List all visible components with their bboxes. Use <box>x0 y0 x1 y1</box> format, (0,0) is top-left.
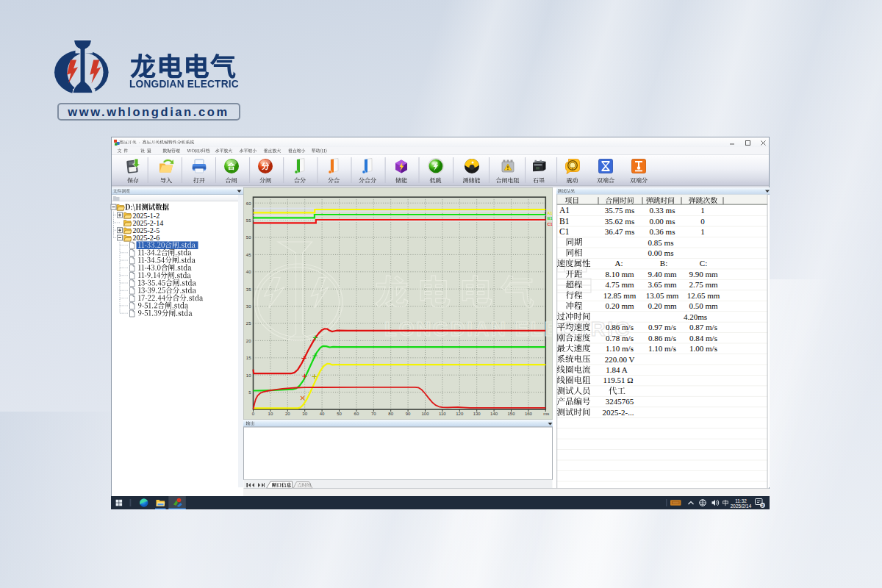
svg-text:1: 1 <box>700 206 705 215</box>
svg-text:13.05 mm: 13.05 mm <box>646 291 679 300</box>
svg-text:0.85 ms: 0.85 ms <box>648 238 674 247</box>
svg-text:0.20 mm: 0.20 mm <box>648 301 677 310</box>
svg-text:C:: C: <box>700 259 707 268</box>
svg-text:1.84 A: 1.84 A <box>606 365 627 374</box>
svg-text:1.00 m/s: 1.00 m/s <box>689 344 717 353</box>
svg-text:2025-2-6: 2025-2-6 <box>133 234 160 242</box>
svg-text:2.75 mm: 2.75 mm <box>689 280 718 289</box>
svg-text:12.65 mm: 12.65 mm <box>687 291 720 300</box>
svg-text:9.40 mm: 9.40 mm <box>648 270 677 279</box>
svg-text:220.00 V: 220.00 V <box>605 355 635 364</box>
svg-text:9.90 mm: 9.90 mm <box>689 270 718 279</box>
svg-text:35.62 ms: 35.62 ms <box>605 217 634 226</box>
svg-text:A1: A1 <box>559 206 570 215</box>
svg-text:0.86 m/s: 0.86 m/s <box>648 334 676 343</box>
svg-text:2025/2/14: 2025/2/14 <box>731 503 752 509</box>
svg-text:0.87 m/s: 0.87 m/s <box>689 323 717 331</box>
svg-text:0.97 m/s: 0.97 m/s <box>648 323 676 331</box>
svg-text:B:: B: <box>660 259 667 268</box>
svg-text:0.33 ms: 0.33 ms <box>650 206 675 215</box>
svg-text:1: 1 <box>700 227 705 236</box>
svg-text:3245765: 3245765 <box>606 397 634 406</box>
svg-text:4.20ms: 4.20ms <box>684 312 707 321</box>
svg-text:C1: C1 <box>559 227 570 236</box>
svg-text:0.50 mm: 0.50 mm <box>689 301 718 310</box>
svg-text:0.00 ms: 0.00 ms <box>650 217 675 226</box>
svg-text:0.36 ms: 0.36 ms <box>650 227 675 236</box>
svg-text:2025-2-...: 2025-2-... <box>602 408 634 417</box>
svg-text:0.20 mm: 0.20 mm <box>605 301 634 310</box>
svg-text:0.78 m/s: 0.78 m/s <box>606 334 634 343</box>
svg-text:0.86 m/s: 0.86 m/s <box>606 323 634 331</box>
svg-text:A:: A: <box>615 259 623 268</box>
svg-text:35.75 ms: 35.75 ms <box>605 206 634 215</box>
svg-text:1.10 m/s: 1.10 m/s <box>606 344 634 353</box>
svg-text:119.51 Ω: 119.51 Ω <box>603 376 634 384</box>
svg-text:4.75 mm: 4.75 mm <box>605 280 634 289</box>
svg-text:0.84 m/s: 0.84 m/s <box>689 334 717 343</box>
svg-text:0: 0 <box>700 217 705 226</box>
svg-text:B1: B1 <box>559 217 570 226</box>
svg-text:1.10 m/s: 1.10 m/s <box>648 344 676 353</box>
svg-text:8.10 mm: 8.10 mm <box>605 270 634 279</box>
svg-text:0.00 ms: 0.00 ms <box>648 248 674 257</box>
svg-text:11:32: 11:32 <box>735 498 747 503</box>
svg-text:3.65 mm: 3.65 mm <box>648 280 677 289</box>
svg-text:12.85 mm: 12.85 mm <box>603 291 637 300</box>
svg-text:36.47 ms: 36.47 ms <box>605 227 634 236</box>
